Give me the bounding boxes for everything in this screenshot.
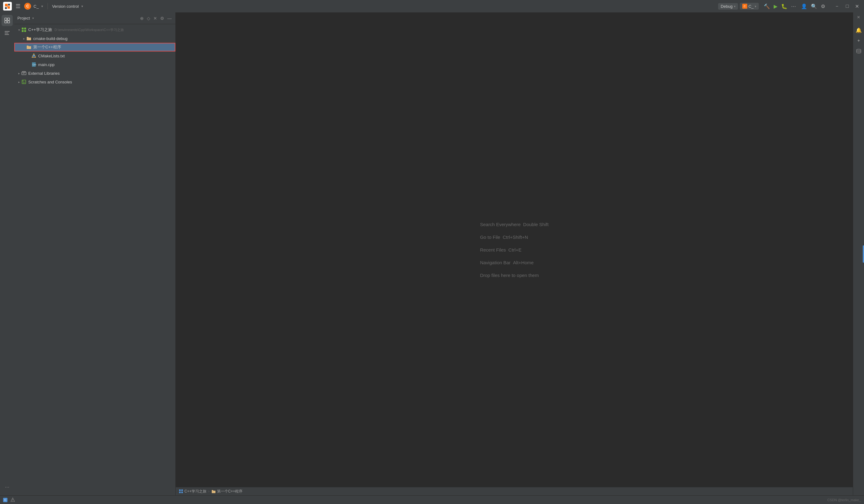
- right-sidebar: ✕ 🔔 ✦: [853, 12, 864, 495]
- svg-rect-31: [181, 492, 183, 493]
- svg-point-35: [12, 501, 13, 501]
- tree-cmake-arrow: ▸: [22, 37, 26, 40]
- run-config-dropdown[interactable]: C C_ ▾: [740, 3, 759, 10]
- hamburger-menu-icon[interactable]: ☰: [14, 2, 22, 11]
- svg-rect-8: [8, 21, 10, 23]
- breadcrumb-root: C++学习之旅: [179, 489, 206, 494]
- run-icon[interactable]: ▶: [774, 3, 777, 9]
- svg-rect-12: [22, 28, 24, 29]
- hint-recent-key: Ctrl+E: [508, 247, 521, 253]
- status-warning-icon[interactable]: [11, 497, 15, 502]
- toolbar-action-icons: 🔨 ▶ 🐛 ⋯: [764, 3, 796, 9]
- breadcrumb-folder-icon: [212, 489, 216, 493]
- main-area: ⋯ Project ▾ ⊕ ◇ ✕ ⚙ — ▾: [0, 12, 864, 495]
- account-icon[interactable]: 👤: [801, 3, 807, 9]
- tree-root-icon: [21, 27, 27, 33]
- hint-drop-text: Drop files here to open them: [480, 273, 539, 278]
- editor-empty-state: Search Everywhere Double Shift Go to Fil…: [176, 12, 853, 487]
- more-actions-icon[interactable]: ⋯: [791, 3, 796, 9]
- run-config-label: C_: [748, 4, 754, 9]
- breadcrumb-bar: C++学习之旅 › 第一个C++程序: [176, 487, 853, 495]
- left-sidebar: ⋯: [0, 12, 14, 495]
- tree-ext-lib-icon: [21, 70, 27, 76]
- svg-rect-11: [5, 34, 9, 35]
- breadcrumb-separator-1: ›: [208, 489, 209, 493]
- panel-hide-icon[interactable]: —: [167, 15, 172, 21]
- panel-gear-icon[interactable]: ⚙: [159, 15, 165, 21]
- search-everywhere-icon[interactable]: 🔍: [811, 3, 817, 9]
- hint-recent-text: Recent Files: [480, 247, 506, 253]
- tree-first-folder-icon: [26, 44, 32, 50]
- hint-recent: Recent Files Ctrl+E: [480, 247, 521, 253]
- hint-navbar-key: Alt+Home: [513, 260, 534, 265]
- tree-item-cmake-build[interactable]: ▸ cmake-build-debug: [14, 34, 176, 43]
- maximize-button[interactable]: □: [844, 3, 851, 10]
- sidebar-item-structure[interactable]: [2, 27, 13, 38]
- vc-chevron-icon[interactable]: ▾: [81, 4, 83, 8]
- tree-ext-arrow: ▸: [17, 72, 21, 75]
- tree-first-program-label: 第一个C++程序: [33, 44, 61, 50]
- status-badge-icon: C: [3, 498, 8, 502]
- panel-header-icons: ⊕ ◇ ✕ ⚙ —: [140, 15, 172, 21]
- tree-item-first-program[interactable]: ▸ 第一个C++程序: [14, 43, 176, 51]
- svg-rect-24: [22, 80, 26, 84]
- tree-item-scratches[interactable]: ▸ Scratches and Consoles: [14, 77, 176, 86]
- editor-hints: Search Everywhere Double Shift Go to Fil…: [480, 222, 549, 278]
- svg-point-17: [33, 55, 35, 57]
- right-notifications-icon[interactable]: 🔔: [854, 26, 863, 34]
- panel-locate-icon[interactable]: ⊕: [140, 15, 144, 21]
- project-chevron-icon[interactable]: ▾: [41, 4, 43, 8]
- hint-goto-key: Ctrl+Shift+N: [503, 234, 528, 240]
- tree-ext-libs-label: External Libraries: [28, 71, 60, 76]
- panel-collapse-icon[interactable]: ◇: [146, 15, 151, 21]
- title-bar: ☰ C C_ ▾ Version control ▾ Debug ▾ C C_ …: [0, 0, 864, 12]
- tree-cmakelists-label: CMakeLists.txt: [38, 54, 64, 58]
- tree-root-arrow: ▾: [17, 28, 21, 32]
- sidebar-item-project[interactable]: [2, 15, 13, 26]
- file-tree: ▾ C++学习之旅 D:\envirnments\Cpp\Workspace\C…: [14, 24, 176, 495]
- svg-point-25: [23, 81, 24, 82]
- tree-item-cmakelists[interactable]: ▸ CMakeLists.txt: [14, 51, 176, 60]
- svg-rect-2: [8, 4, 10, 5]
- tree-root-item[interactable]: ▾ C++学习之旅 D:\envirnments\Cpp\Workspace\C…: [14, 25, 176, 34]
- tree-cmake-file-arrow: ▸: [27, 54, 31, 58]
- svg-rect-4: [8, 6, 10, 9]
- tree-item-main-cpp[interactable]: ▸ C++ main.cpp: [14, 60, 176, 69]
- right-close-icon[interactable]: ✕: [857, 15, 860, 20]
- close-button[interactable]: ✕: [853, 3, 861, 10]
- tree-root-path: D:\envirnments\Cpp\Workspace\C++学习之旅: [55, 28, 124, 32]
- debug-label: Debug: [721, 4, 732, 9]
- debug-run-icon[interactable]: 🐛: [781, 3, 787, 9]
- svg-rect-9: [5, 31, 10, 32]
- sidebar-item-more[interactable]: ⋯: [2, 482, 13, 493]
- right-db-icon[interactable]: [854, 47, 863, 56]
- settings-icon[interactable]: ⚙: [821, 3, 825, 9]
- panel-close-icon[interactable]: ✕: [153, 15, 158, 21]
- tree-cmake-build-label: cmake-build-debug: [33, 36, 68, 41]
- tree-cmake-file-icon: [31, 53, 37, 59]
- right-ai-icon[interactable]: ✦: [854, 36, 863, 45]
- hammer-icon[interactable]: 🔨: [764, 3, 770, 9]
- tree-first-arrow: ▸: [22, 46, 26, 49]
- run-config-icon: C: [742, 4, 747, 9]
- svg-rect-3: [5, 7, 7, 9]
- svg-rect-5: [5, 18, 7, 20]
- svg-rect-13: [24, 28, 26, 29]
- status-project-badge[interactable]: C: [3, 498, 8, 502]
- run-config-chevron-icon: ▾: [755, 5, 756, 8]
- tree-item-external-libs[interactable]: ▸ External Libraries: [14, 69, 176, 77]
- breadcrumb-root-label: C++学习之旅: [184, 489, 206, 494]
- status-bar: C CSDN @terlin_make_: [0, 495, 864, 504]
- hint-navbar: Navigation Bar Alt+Home: [480, 260, 534, 265]
- hint-search-text: Search Everywhere: [480, 222, 521, 227]
- tree-scratch-icon: [21, 79, 27, 85]
- panel-title-chevron-icon[interactable]: ▾: [32, 16, 34, 20]
- svg-text:C++: C++: [33, 64, 36, 66]
- hint-dropfiles: Drop files here to open them: [480, 273, 539, 278]
- minimize-button[interactable]: －: [833, 2, 841, 10]
- debug-config-dropdown[interactable]: Debug ▾: [718, 3, 737, 10]
- hint-search-key: Double Shift: [523, 222, 549, 227]
- svg-rect-1: [5, 4, 8, 7]
- hint-goto: Go to File Ctrl+Shift+N: [480, 234, 528, 240]
- hint-goto-text: Go to File: [480, 234, 500, 240]
